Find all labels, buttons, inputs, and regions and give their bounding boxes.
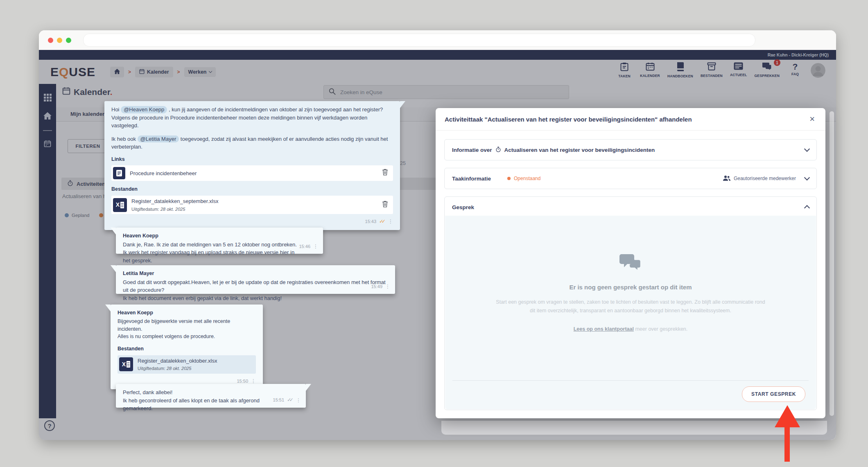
message-text-part: Hoi — [111, 106, 121, 113]
status-dot — [507, 177, 511, 180]
assignee-label: Geautoriseerde medewerker — [734, 176, 796, 181]
callout-arrow-shaft — [784, 426, 790, 462]
sent-checkmarks-icon: ✓✓ — [287, 396, 292, 404]
chat-message: Letitia Mayer Goed dat dit wordt opgepak… — [116, 265, 395, 294]
link-attachment-row[interactable]: Procedure incidentenbeheer — [111, 165, 393, 181]
chevron-down-icon — [804, 175, 810, 180]
file-meta-label: Uitgiftedatum: — [131, 207, 159, 212]
chat-message-own: Hoi @Heaven Koepp , kun jij aangeven of … — [104, 101, 400, 230]
window-minimize-button[interactable] — [57, 38, 62, 43]
message-time: 15:43 — [365, 218, 377, 225]
file-meta: Uitgiftedatum: 28 okt. 2025 — [138, 365, 217, 372]
links-section-label: Links — [111, 156, 393, 163]
window-zoom-button[interactable] — [66, 38, 71, 43]
message-author: Letitia Mayer — [123, 270, 388, 277]
message-text: Perfect, dank allebei! — [123, 388, 299, 397]
message-time: 15:50 — [237, 378, 248, 385]
files-section-label: Bestanden — [111, 185, 393, 193]
message-menu-icon[interactable]: ⋮ — [296, 397, 301, 404]
start-gesprek-button[interactable]: START GESPREK — [742, 386, 805, 402]
chat-message: Heaven Koepp Bijgevoegd de bijgewerkte v… — [111, 305, 263, 389]
read-checkmarks-icon: ✓✓ — [379, 218, 384, 226]
message-menu-icon[interactable]: ⋮ — [388, 218, 393, 225]
message-menu-icon[interactable]: ⋮ — [385, 283, 390, 290]
message-footer: 15:49 ⋮ — [371, 283, 390, 290]
excel-file-icon: X — [119, 357, 133, 371]
message-text-part: Ik heb ook — [111, 136, 138, 142]
activity-task-modal: Activiteittaak "Actualiseren van het reg… — [436, 108, 825, 418]
message-time: 15:51 — [273, 397, 285, 404]
file-name[interactable]: Register_datalekken_oktober.xlsx — [138, 357, 217, 365]
message-time: 15:49 — [371, 283, 382, 290]
callout-arrow-icon — [775, 405, 800, 427]
file-attachment-row[interactable]: X Register_datalekken_september.xlsx Uit… — [111, 196, 393, 214]
chevron-up-icon — [804, 205, 810, 211]
modal-under-sheet — [441, 421, 827, 435]
message-text: Ik werk het register vandaag bij en uplo… — [123, 248, 316, 264]
message-text: Goed dat dit wordt opgepakt.Heaven, let … — [123, 278, 388, 294]
delete-file-button[interactable] — [382, 200, 388, 210]
file-info: Register_datalekken_september.xlsx Uitgi… — [131, 197, 218, 212]
link-line-rest: meer over gesprekken. — [634, 326, 687, 332]
stopwatch-icon — [495, 147, 501, 153]
message-text: Alles is nu compleet volgens de procedur… — [118, 333, 256, 341]
chat-message: Heaven Koepp Dank je, Rae. Ik zie dat de… — [116, 228, 323, 254]
address-bar[interactable] — [83, 34, 755, 47]
file-meta-label: Uitgiftedatum: — [138, 366, 165, 371]
empty-state-link-line: Lees op ons klantportaal meer over gespr… — [445, 326, 816, 332]
files-section-label: Bestanden — [118, 345, 256, 353]
info-accordion-label: Informatie over — [452, 147, 492, 153]
message-footer: 15:51 ✓✓ ⋮ — [273, 396, 301, 404]
info-accordion[interactable]: Informatie over Actualiseren van het reg… — [444, 139, 817, 160]
file-name[interactable]: Register_datalekken_september.xlsx — [131, 197, 218, 205]
task-info-label: Taakinformatie — [452, 176, 491, 182]
excel-file-icon: X — [113, 198, 127, 212]
message-text: Dank je, Rae. Ik zie dat de meldingen va… — [123, 241, 316, 249]
message-text-part: , kun jij aangeven of de incidentmelding… — [167, 106, 383, 113]
status-badge: Openstaand — [514, 176, 540, 181]
message-text: Ik heb het document even erbij gepakt vi… — [123, 294, 388, 302]
message-author: Heaven Koepp — [123, 232, 316, 240]
file-meta-date: 28 okt. 2025 — [160, 207, 185, 212]
mention-chip[interactable]: @Letitia Mayer — [138, 135, 179, 143]
message-text: Bijgevoegd de bijgewerkte versie met all… — [118, 318, 256, 333]
document-icon — [113, 167, 125, 179]
message-footer: 15:43 ✓✓ ⋮ — [111, 218, 393, 226]
message-menu-icon[interactable]: ⋮ — [313, 243, 318, 250]
message-time: 15:46 — [299, 243, 310, 250]
message-author: Heaven Koepp — [118, 309, 256, 317]
empty-state-body: Start een gesprek om vragen te stellen, … — [495, 298, 766, 316]
file-meta: Uitgiftedatum: 28 okt. 2025 — [131, 206, 218, 213]
people-icon — [723, 175, 730, 182]
footer-divider — [452, 380, 809, 381]
delete-link-button[interactable] — [382, 169, 388, 178]
task-info-accordion[interactable]: Taakinformatie Openstaand Geautoriseerde… — [444, 168, 817, 189]
chat-message-own: Perfect, dank allebei! Ik heb gecontrole… — [116, 384, 306, 408]
file-attachment-row[interactable]: X Register_datalekken_oktober.xlsx Uitgi… — [118, 355, 256, 374]
gesprek-label: Gesprek — [452, 204, 474, 210]
message-text: Ik heb gecontroleerd of alles klopt en d… — [123, 397, 299, 413]
assignee: Geautoriseerde medewerker — [723, 175, 796, 182]
link-title[interactable]: Procedure incidentenbeheer — [130, 169, 197, 178]
browser-chrome — [39, 30, 836, 50]
close-icon[interactable]: × — [806, 112, 818, 126]
modal-divider — [436, 130, 825, 131]
gesprek-empty-state: Er is nog geen gesprek gestart op dit it… — [445, 216, 816, 409]
window-close-button[interactable] — [48, 38, 53, 43]
mention-chip[interactable]: @Heaven Koepp — [121, 106, 167, 113]
file-info: Register_datalekken_oktober.xlsx Uitgift… — [138, 357, 217, 372]
gesprek-accordion: Gesprek Er is nog geen gesprek gestart o… — [444, 196, 817, 410]
message-text: Volgens de procedure in Procedure incide… — [111, 114, 393, 130]
file-meta-date: 28 okt. 2025 — [167, 366, 192, 371]
modal-title: Activiteittaak "Actualiseren van het reg… — [445, 116, 692, 123]
gesprek-header[interactable]: Gesprek — [445, 197, 816, 217]
screenshot-root: Rae Kuhn - Dicki-Kreiger (HQ) EQUSE > Ka… — [0, 0, 868, 467]
info-task-name: Actualiseren van het register voor bevei… — [504, 147, 655, 153]
message-text: Ik heb ook @Letitia Mayer toegevoegd, zo… — [111, 135, 393, 151]
message-text: Hoi @Heaven Koepp , kun jij aangeven of … — [111, 106, 393, 114]
scrollbar[interactable] — [830, 111, 834, 416]
chevron-down-icon — [804, 146, 810, 152]
empty-state-title: Er is nog geen gesprek gestart op dit it… — [445, 284, 816, 291]
klantportaal-link[interactable]: Lees op ons klantportaal — [574, 326, 634, 332]
chat-bubbles-icon — [445, 253, 816, 275]
